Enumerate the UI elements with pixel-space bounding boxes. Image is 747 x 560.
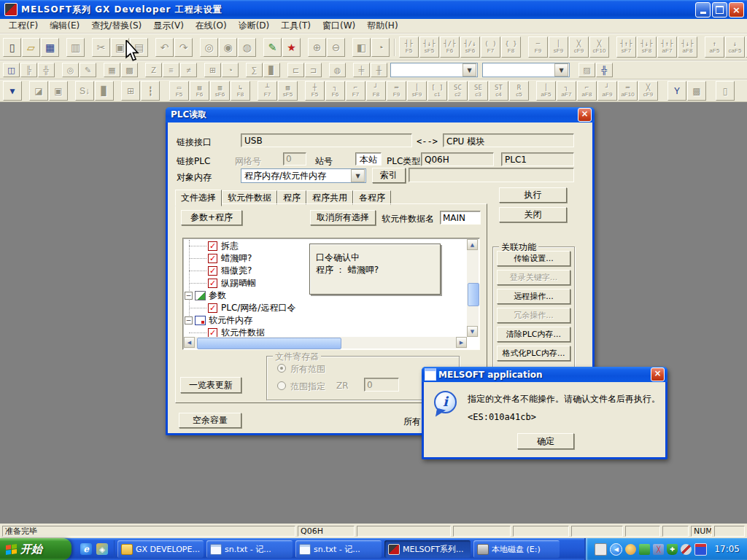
- close-dialog-button[interactable]: 关闭: [499, 207, 567, 222]
- wizard-icon[interactable]: ★: [282, 38, 301, 57]
- close-button[interactable]: ×: [729, 2, 744, 18]
- comment-icon[interactable]: ▦: [104, 63, 120, 77]
- device-find-icon[interactable]: ◎: [62, 63, 79, 77]
- globe-icon[interactable]: ◍: [329, 63, 346, 77]
- device-combo-1[interactable]: ▼: [390, 63, 478, 77]
- used-device-icon[interactable]: ┇: [141, 81, 160, 101]
- undo-icon[interactable]: ↶: [155, 38, 174, 57]
- menu-item[interactable]: 查找/替换(S): [85, 18, 147, 34]
- ladder-symbol-button[interactable]: │sF9: [407, 81, 427, 101]
- line-delete-icon[interactable]: ≠: [180, 63, 197, 77]
- internet-explorer-icon[interactable]: e: [80, 543, 92, 555]
- index-button[interactable]: 索引: [372, 168, 406, 183]
- note-edit-icon[interactable]: ✎: [80, 63, 96, 77]
- related-function-button[interactable]: 冗余操作...: [497, 308, 570, 323]
- tab[interactable]: 文件选择: [175, 190, 222, 206]
- taskbar-task[interactable]: sn.txt - 记...: [206, 540, 293, 558]
- ladder-symbol-button[interactable]: ⌐aF8: [577, 81, 597, 101]
- menu-item[interactable]: 帮助(H): [361, 18, 403, 34]
- ladder-symbol-button[interactable]: ─F9: [528, 36, 548, 58]
- tab[interactable]: 程序: [277, 190, 306, 205]
- minimize-button[interactable]: [695, 2, 711, 18]
- ladder-edit-icon[interactable]: ✎: [263, 38, 282, 57]
- plc-dialog-titlebar[interactable]: PLC读取 ×: [166, 107, 595, 122]
- battery-icon[interactable]: [694, 543, 707, 556]
- transfer-setup-icon[interactable]: ◫: [3, 63, 20, 77]
- related-function-button[interactable]: 传输设置...: [497, 251, 570, 266]
- ok-button[interactable]: 确定: [517, 433, 574, 449]
- new-project-icon[interactable]: ▯: [3, 38, 21, 57]
- ladder-symbol-button[interactable]: ┤↓├aF8: [678, 36, 697, 58]
- ladder-symbol-button[interactable]: ═aF10: [618, 81, 638, 101]
- ladder-symbol-button[interactable]: ┤↓├sF8: [637, 36, 657, 58]
- save-icon[interactable]: ▦: [41, 38, 59, 57]
- related-function-button[interactable]: 登录关键字...: [497, 270, 570, 285]
- ladder-symbol-button[interactable]: ┤/├F6: [440, 36, 460, 58]
- find-icon[interactable]: ◎: [200, 38, 218, 57]
- sum-check-icon[interactable]: ∑: [246, 63, 263, 77]
- line-edit-icon[interactable]: ≡: [163, 63, 179, 77]
- ladder-symbol-button[interactable]: ┐F6: [325, 81, 345, 101]
- ladder-symbol-button[interactable]: Rc5: [509, 81, 529, 101]
- ladder-symbol-button[interactable]: ┤↑├aF7: [657, 36, 677, 58]
- update-icon[interactable]: [639, 544, 650, 555]
- related-function-button[interactable]: 清除PLC内存...: [497, 327, 570, 342]
- print-icon[interactable]: ▥: [66, 38, 85, 57]
- plc-upload-icon[interactable]: ◪: [29, 81, 48, 101]
- window-split-icon[interactable]: ◧: [352, 38, 371, 57]
- branch-monitor-icon[interactable]: Y: [667, 81, 686, 101]
- ladder-symbol-button[interactable]: ┴F7: [258, 81, 277, 101]
- ladder-symbol-button[interactable]: ↑aF5: [705, 36, 724, 58]
- ladder-symbol-button[interactable]: ▤F6: [190, 81, 209, 101]
- keyboard-layout-icon[interactable]: [595, 543, 607, 556]
- find-next-icon[interactable]: ◉: [219, 38, 237, 57]
- quick-launch-icon[interactable]: ◈: [96, 543, 108, 555]
- ladder-symbol-button[interactable]: ┤↓├sF5: [419, 36, 439, 58]
- ladder-symbol-button[interactable]: ┐aF7: [557, 81, 576, 101]
- network-disconnected-icon[interactable]: ╳: [653, 544, 664, 555]
- menu-item[interactable]: 工具(T): [275, 18, 317, 34]
- device-test-on-icon[interactable]: ╪: [353, 63, 370, 77]
- error-dialog-titlebar[interactable]: MELSOFT application ×: [422, 367, 667, 382]
- plc-dialog-close-button[interactable]: ×: [578, 108, 592, 122]
- security-center-icon[interactable]: ✚: [667, 544, 678, 555]
- open-project-icon[interactable]: ▱: [22, 38, 40, 57]
- free-space-button[interactable]: 空余容量: [179, 413, 241, 428]
- menu-item[interactable]: 编辑(E): [44, 18, 85, 34]
- menu-item[interactable]: 诊断(D): [233, 18, 276, 34]
- ladder-symbol-button[interactable]: SEc3: [468, 81, 488, 101]
- ladder-symbol-button[interactable]: ▭F5: [169, 81, 189, 101]
- start-button[interactable]: 开始: [0, 538, 71, 560]
- entry-monitor-icon[interactable]: ▩: [687, 81, 706, 101]
- device-test-off-icon[interactable]: ╫: [371, 63, 387, 77]
- chevron-down-icon[interactable]: ▼: [554, 63, 568, 77]
- ladder-symbol-button[interactable]: ═F9: [387, 81, 406, 101]
- disabled-device-icon[interactable]: [681, 544, 692, 555]
- ladder-symbol-button[interactable]: { }F8: [501, 36, 521, 58]
- macro-icon[interactable]: ▯: [716, 81, 735, 101]
- menu-item[interactable]: 窗口(W): [317, 18, 361, 34]
- zoom-out-icon[interactable]: ⊖: [327, 38, 345, 57]
- ladder-symbol-button[interactable]: ┤/↓sF6: [460, 36, 480, 58]
- ladder-symbol-button[interactable]: ▥sF6: [210, 81, 230, 101]
- ladder-symbol-button[interactable]: ↳F8: [231, 81, 250, 101]
- ladder-symbol-button[interactable]: [ ]c1: [427, 81, 447, 101]
- menu-item[interactable]: 显示(V): [147, 18, 190, 34]
- cut-icon[interactable]: ✂: [92, 38, 110, 57]
- trace-icon[interactable]: Z: [145, 63, 162, 77]
- display-settings-icon[interactable]: [625, 544, 636, 555]
- ladder-symbol-button[interactable]: ↓caF5: [725, 36, 745, 58]
- error-dialog-close-button[interactable]: ×: [651, 368, 665, 381]
- zoom-in-icon[interactable]: ⊕: [308, 38, 326, 57]
- ladder-symbol-button[interactable]: ▨sF5: [278, 81, 298, 101]
- device-batch-icon[interactable]: ╬: [596, 63, 613, 77]
- tab[interactable]: 软元件数据: [222, 190, 277, 205]
- ladder-symbol-button[interactable]: ┤↑├sF7: [616, 36, 636, 58]
- menu-item[interactable]: 在线(O): [190, 18, 233, 34]
- ladder-symbol-button[interactable]: ┼F5: [305, 81, 325, 101]
- window-titlebar[interactable]: MELSOFT系列 GX Developer 工程未设置 ×: [0, 0, 747, 19]
- ladder-symbol-button[interactable]: │sF9: [549, 36, 568, 58]
- menu-item[interactable]: 工程(F): [3, 18, 44, 34]
- chevron-down-icon[interactable]: ▼: [351, 169, 365, 182]
- paste-icon[interactable]: ▤: [130, 38, 148, 57]
